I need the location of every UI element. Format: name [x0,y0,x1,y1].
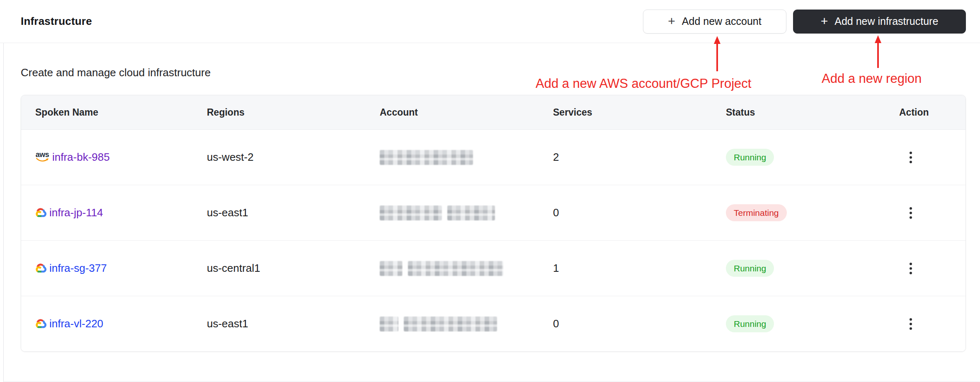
column-header-status: Status [726,107,899,118]
infra-name-link[interactable]: infra-bk-985 [52,151,110,164]
status-badge: Running [726,149,774,166]
infra-name-link[interactable]: infra-sg-377 [49,262,107,275]
gcp-logo-icon [35,208,46,218]
redacted-text-blob [447,206,495,220]
column-header-account: Account [380,107,553,118]
kebab-icon [909,151,912,164]
services-value: 2 [553,151,726,164]
topbar: Infrastructure + Add new account + Add n… [0,0,980,43]
page-title: Infrastructure [21,15,92,28]
add-new-account-label: Add new account [682,15,762,27]
status-badge: Running [726,315,774,332]
account-redacted [380,206,553,220]
table-row: aws infra-bk-985 us-west-2 2 Running [21,130,965,185]
region-value: us-west-2 [207,151,380,164]
services-value: 1 [553,262,726,275]
infra-name-link[interactable]: infra-jp-114 [49,206,103,219]
column-header-spoken-name: Spoken Name [35,107,207,118]
plus-icon: + [821,15,828,27]
column-header-regions: Regions [207,107,380,118]
page-bottom-divider [3,381,980,382]
table-body: aws infra-bk-985 us-west-2 2 Running [21,130,965,351]
account-redacted [380,261,553,276]
add-new-infrastructure-label: Add new infrastructure [834,15,938,27]
gcp-logo-icon [35,264,46,273]
row-actions-button[interactable] [902,259,920,278]
region-value: us-east1 [207,317,380,330]
page-subtitle: Create and manage cloud infrastructure [21,66,980,79]
spoken-name-cell: aws infra-bk-985 [35,151,207,164]
add-new-account-button[interactable]: + Add new account [643,10,786,34]
status-badge: Terminating [726,204,787,221]
redacted-text-blob [408,261,503,276]
redacted-text-blob [380,317,398,331]
table-header-row: Spoken Name Regions Account Services Sta… [21,95,965,130]
redacted-text-blob [404,317,497,331]
spoken-name-cell: aws infra-sg-377 [35,262,207,275]
plus-icon: + [668,15,675,27]
account-redacted [380,317,553,331]
services-value: 0 [553,206,726,219]
region-value: us-east1 [207,206,380,219]
table-row: aws infra-vl-220 us-east1 0 Running [21,296,965,351]
redacted-text-blob [380,150,473,165]
row-actions-button[interactable] [902,204,920,222]
topbar-actions: + Add new account + Add new infrastructu… [643,10,966,34]
infrastructure-table: Spoken Name Regions Account Services Sta… [21,95,966,352]
table-row: aws infra-sg-377 us-central1 1 Running [21,241,965,296]
services-value: 0 [553,317,726,330]
region-value: us-central1 [207,262,380,275]
row-actions-button[interactable] [902,148,920,167]
status-badge: Running [726,260,774,277]
column-header-services: Services [553,107,726,118]
spoken-name-cell: aws infra-vl-220 [35,317,207,330]
panel-left-divider [3,0,4,382]
kebab-icon [909,262,912,275]
redacted-text-blob [380,261,403,276]
aws-logo-icon: aws [35,152,49,162]
account-redacted [380,150,553,165]
redacted-text-blob [380,206,442,220]
row-actions-button[interactable] [902,315,920,333]
spoken-name-cell: aws infra-jp-114 [35,206,207,219]
infra-name-link[interactable]: infra-vl-220 [49,317,103,330]
gcp-logo-icon [35,319,46,329]
kebab-icon [909,206,912,220]
add-new-infrastructure-button[interactable]: + Add new infrastructure [793,10,966,34]
column-header-action: Action [899,107,951,118]
kebab-icon [909,317,912,331]
table-row: aws infra-jp-114 us-east1 0 Terminating [21,185,965,241]
